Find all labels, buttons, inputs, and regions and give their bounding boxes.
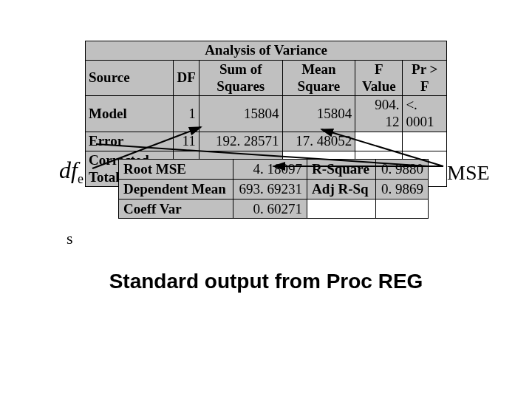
s-annotation: s [66, 229, 73, 248]
anova-title: Analysis of Variance [86, 41, 447, 61]
fit-row: Root MSE 4. 18097 R-Square 0. 9880 [119, 160, 429, 180]
fit-label: Coeff Var [119, 199, 233, 219]
anova-cell-source: Error [86, 132, 174, 151]
anova-header-df: DF [174, 60, 199, 96]
anova-cell-ss: 192. 28571 [199, 132, 282, 151]
anova-header-source: Source [86, 60, 174, 96]
fit-table-container: Root MSE 4. 18097 R-Square 0. 9880 Depen… [118, 159, 429, 219]
dfe-sub: e [78, 171, 83, 186]
anova-cell-ss: 15804 [199, 96, 282, 132]
anova-cell-df: 11 [174, 132, 199, 151]
fit-value: 693. 69231 [233, 179, 307, 199]
fit-label: Root MSE [119, 160, 233, 180]
bottom-caption: Standard output from Proc REG [0, 270, 532, 293]
fit-row: Coeff Var 0. 60271 [119, 199, 429, 219]
fit-rvalue: 0. 9869 [375, 179, 428, 199]
anova-cell-p [403, 132, 447, 151]
anova-cell-ms: 15804 [282, 96, 355, 132]
dfe-annotation: dfe [59, 157, 83, 187]
anova-cell-f [355, 132, 403, 151]
fit-rlabel: Adj R-Sq [307, 179, 376, 199]
fit-table: Root MSE 4. 18097 R-Square 0. 9880 Depen… [118, 159, 429, 219]
anova-row-model: Model 1 15804 15804 904. 12 <. 0001 [86, 96, 447, 132]
anova-header-p: Pr > F [403, 60, 447, 96]
fit-label: Dependent Mean [119, 179, 233, 199]
fit-rvalue: 0. 9880 [375, 160, 428, 180]
fit-rvalue [375, 199, 428, 219]
fit-rlabel: R-Square [307, 160, 376, 180]
anova-row-error: Error 11 192. 28571 17. 48052 [86, 132, 447, 151]
mse-annotation: MSE [447, 161, 490, 185]
anova-header-ms: Mean Square [282, 60, 355, 96]
anova-cell-p: <. 0001 [403, 96, 447, 132]
fit-value: 0. 60271 [233, 199, 307, 219]
anova-header-ss: Sum of Squares [199, 60, 282, 96]
anova-cell-f: 904. 12 [355, 96, 403, 132]
anova-cell-source: Model [86, 96, 174, 132]
fit-row: Dependent Mean 693. 69231 Adj R-Sq 0. 98… [119, 179, 429, 199]
anova-cell-df: 1 [174, 96, 199, 132]
anova-cell-ms: 17. 48052 [282, 132, 355, 151]
fit-value: 4. 18097 [233, 160, 307, 180]
fit-rlabel [307, 199, 376, 219]
dfe-text: df [59, 157, 78, 183]
anova-header-f: F Value [355, 60, 403, 96]
